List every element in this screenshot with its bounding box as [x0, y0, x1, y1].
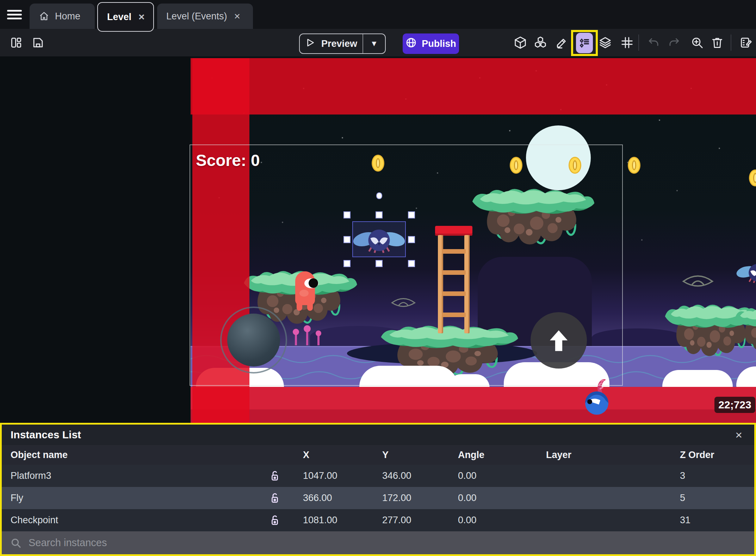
undo-icon[interactable] — [644, 29, 664, 56]
lock-icon[interactable] — [261, 470, 289, 482]
preview-button[interactable]: Preview ▼ — [299, 33, 386, 54]
table-row[interactable]: Fly 366.00 172.00 0.00 5 — [2, 487, 754, 509]
scene-editor-canvas[interactable]: Score: 0 22;723 — [0, 56, 756, 423]
panel-title: Instances List — [11, 429, 735, 441]
joystick-knob[interactable] — [227, 314, 280, 366]
hamburger-menu-icon[interactable] — [7, 8, 22, 20]
column-header[interactable]: Y — [368, 450, 444, 461]
instance-zorder: 3 — [666, 470, 754, 481]
home-icon — [39, 11, 49, 21]
objects-icon[interactable] — [510, 29, 530, 56]
instances-list-tool-highlight — [571, 30, 598, 56]
search-icon — [10, 537, 21, 549]
search-input[interactable] — [29, 537, 746, 549]
toolbar-divider — [731, 35, 731, 51]
lock-icon[interactable] — [261, 492, 289, 505]
redo-icon[interactable] — [664, 29, 684, 56]
tab-label: Home — [55, 11, 80, 22]
tab-level-events[interactable]: Level (Events) × — [157, 4, 253, 29]
close-tab-icon[interactable]: × — [233, 10, 242, 22]
main-toolbar: Preview ▼ Publish — [0, 29, 756, 56]
instance-y: 346.00 — [368, 470, 444, 481]
instance-x: 1081.00 — [289, 515, 368, 526]
edit-properties-icon[interactable] — [552, 29, 572, 56]
column-header[interactable]: X — [289, 450, 368, 461]
coin-sprite[interactable] — [628, 157, 640, 174]
layout-icon[interactable] — [6, 29, 26, 56]
chevron-down-icon: ▼ — [370, 39, 378, 48]
red-zone-band — [191, 58, 756, 115]
globe-icon — [405, 37, 417, 51]
column-header[interactable]: Object name — [11, 450, 261, 461]
save-icon[interactable] — [28, 29, 48, 56]
tab-label: Level — [107, 12, 131, 23]
instance-name: Fly — [11, 493, 261, 504]
delete-icon[interactable] — [707, 29, 727, 56]
publish-label: Publish — [422, 38, 456, 49]
tab-level[interactable]: Level × — [97, 2, 154, 32]
cursor-coordinates-badge: 22;723 — [714, 397, 755, 413]
tab-label: Level (Events) — [166, 11, 227, 22]
instance-x: 1047.00 — [289, 470, 368, 481]
grid-icon[interactable] — [617, 29, 637, 56]
instances-list-icon[interactable] — [576, 33, 593, 53]
eye-decoration — [681, 272, 714, 290]
preview-dropdown-button[interactable]: ▼ — [362, 34, 385, 53]
object-groups-icon[interactable] — [531, 29, 550, 56]
search-bar[interactable] — [2, 531, 754, 554]
layers-icon[interactable] — [595, 29, 615, 56]
instance-name: Checkpoint — [11, 515, 261, 526]
table-row[interactable]: Checkpoint 1081.00 277.00 0.00 31 — [2, 509, 754, 531]
edit-scene-icon[interactable] — [736, 29, 756, 56]
close-tab-icon[interactable]: × — [137, 11, 146, 23]
ground-band-dark — [191, 409, 756, 423]
instances-list-panel: Instances List × Object name X Y Angle L… — [0, 423, 756, 556]
instance-angle: 0.00 — [444, 515, 532, 526]
instance-name: Platform3 — [11, 470, 261, 481]
toolbar-divider — [638, 35, 639, 51]
column-header[interactable]: Layer — [532, 450, 666, 461]
arrow-up-icon — [544, 326, 574, 355]
instance-zorder: 5 — [666, 493, 754, 504]
close-panel-icon[interactable]: × — [735, 429, 742, 441]
zoom-in-icon[interactable] — [687, 29, 707, 56]
instance-zorder: 31 — [666, 515, 754, 526]
table-header-row: Object name X Y Angle Layer Z Order — [2, 445, 754, 465]
table-row[interactable]: Platform3 1047.00 346.00 0.00 3 — [2, 465, 754, 487]
play-icon — [305, 37, 316, 50]
tab-home[interactable]: Home — [30, 4, 95, 29]
instance-y: 172.00 — [368, 493, 444, 504]
instance-angle: 0.00 — [444, 493, 532, 504]
platform-sprite[interactable] — [734, 302, 756, 359]
score-text: Score: 0 — [196, 151, 260, 170]
tab-bar: Home Level × Level (Events) × — [0, 0, 756, 29]
instance-y: 277.00 — [368, 515, 444, 526]
column-header[interactable]: Z Order — [666, 450, 754, 461]
fly-enemy-partial[interactable] — [736, 261, 756, 284]
lock-icon[interactable] — [261, 514, 289, 527]
instance-x: 366.00 — [289, 493, 368, 504]
publish-button[interactable]: Publish — [403, 33, 459, 54]
stars-decoration — [191, 56, 191, 57]
column-header[interactable]: Angle — [444, 450, 532, 461]
preview-label: Preview — [321, 38, 357, 49]
instance-angle: 0.00 — [444, 470, 532, 481]
jump-button[interactable] — [531, 312, 587, 369]
